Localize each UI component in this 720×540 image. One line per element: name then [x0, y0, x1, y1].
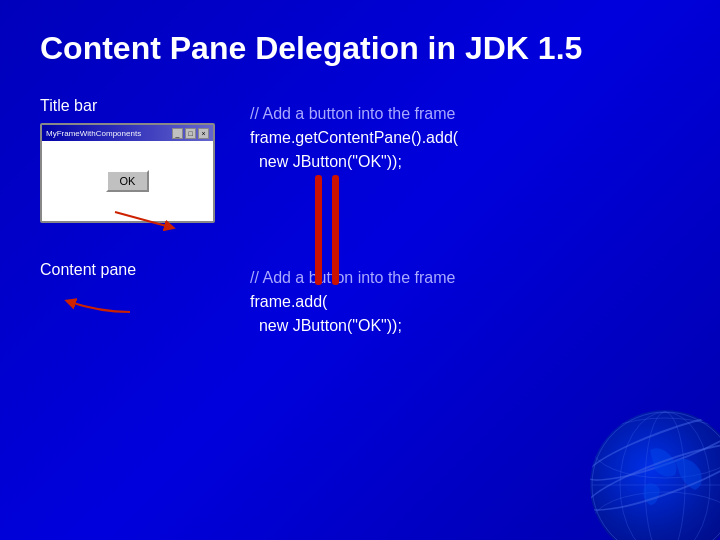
bottom-code-line1: frame.add( [250, 290, 680, 314]
top-code-line1: frame.getContentPane().add( [250, 126, 680, 150]
window-controls: _ □ × [172, 128, 209, 139]
content-pane-label: Content pane [40, 261, 220, 279]
globe-svg [590, 410, 720, 540]
globe-decoration [590, 410, 720, 540]
top-code-block: // Add a button into the frame frame.get… [250, 97, 680, 179]
top-section: Title bar MyFrameWithComponents _ □ × OK [40, 97, 680, 241]
top-code-line2: new JButton("OK")); [250, 150, 680, 174]
slide: Content Pane Delegation in JDK 1.5 Title… [0, 0, 720, 540]
title-bar-label: Title bar [40, 97, 220, 115]
slide-title: Content Pane Delegation in JDK 1.5 [40, 30, 680, 67]
svg-point-2 [620, 412, 710, 540]
titlebar-arrow [110, 207, 190, 237]
red-bar-1 [315, 175, 322, 285]
svg-point-1 [592, 412, 720, 540]
bottom-section: Content pane // Add a button into the fr… [40, 261, 680, 358]
red-bar-2 [332, 175, 339, 285]
maximize-button[interactable]: □ [185, 128, 196, 139]
svg-point-3 [645, 412, 685, 540]
window-title-text: MyFrameWithComponents [46, 129, 141, 138]
minimize-button[interactable]: _ [172, 128, 183, 139]
window-titlebar: MyFrameWithComponents _ □ × [42, 125, 213, 141]
ok-button-mockup: OK [106, 170, 150, 192]
svg-line-0 [115, 212, 170, 227]
svg-point-5 [592, 418, 720, 478]
content-pane-arrow [40, 292, 160, 332]
top-left: Title bar MyFrameWithComponents _ □ × OK [40, 97, 220, 241]
close-button[interactable]: × [198, 128, 209, 139]
top-code-comment: // Add a button into the frame [250, 102, 680, 126]
bottom-left: Content pane [40, 261, 220, 358]
bottom-code-line2: new JButton("OK")); [250, 314, 680, 338]
separator-bars [315, 175, 339, 285]
